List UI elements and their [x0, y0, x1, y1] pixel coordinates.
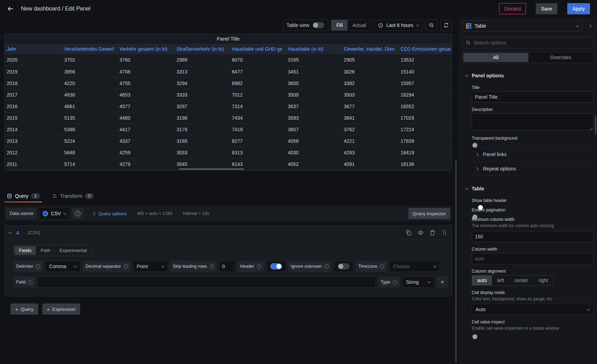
table-cell: 2989: [174, 54, 230, 66]
vertical-scrollbar[interactable]: [455, 159, 457, 363]
visualization-picker[interactable]: Table: [462, 20, 582, 31]
table-cell: 18419: [398, 147, 452, 158]
column-header-5[interactable]: Haushalte und GHD ge: [230, 44, 286, 54]
column-header-8[interactable]: CO2-Emissionen gesar: [398, 44, 452, 54]
delimiter-label-text: Delimiter: [16, 264, 33, 269]
chevron-right-icon: [92, 212, 96, 215]
datasource-picker[interactable]: CSV: [40, 208, 69, 219]
column-header-2[interactable]: Verarbeitendes Gewerl: [62, 44, 117, 54]
section-panel-options[interactable]: Panel options: [459, 71, 597, 80]
datasource-help-button[interactable]: [72, 208, 83, 219]
discard-button[interactable]: Discard: [499, 3, 526, 14]
delimiter-select[interactable]: Comma: [45, 261, 80, 272]
filter-tab-overrides[interactable]: Overrides: [528, 53, 594, 62]
table-cell: 3382: [342, 77, 398, 89]
apply-button[interactable]: Apply: [567, 3, 590, 14]
tab-query[interactable]: Query 1: [5, 190, 42, 202]
options-sidebar: Table All Overrides Panel options Title: [459, 18, 597, 364]
column-header-4[interactable]: Straßenverkehr (in kt): [174, 44, 230, 54]
column-width-input[interactable]: [472, 253, 594, 264]
table-cell: 16294: [398, 89, 452, 100]
min-column-width-input[interactable]: [472, 231, 594, 242]
title-label: Title: [472, 85, 594, 90]
column-header-3[interactable]: Verkehr gesamt (in kt): [117, 44, 174, 54]
options-search-input[interactable]: [473, 40, 591, 46]
add-query-button[interactable]: Query: [10, 303, 38, 315]
section-table[interactable]: Table: [459, 184, 597, 194]
alignment-option-auto[interactable]: auto: [472, 275, 492, 285]
table-cell: 5388: [62, 124, 117, 135]
refresh-button[interactable]: [440, 20, 452, 31]
column-header-1[interactable]: Jahr: [5, 44, 62, 54]
chevron-down-icon: [433, 264, 437, 268]
column-header-7[interactable]: Gewerbe, Handel, Dien: [342, 44, 398, 54]
back-button[interactable]: [6, 4, 15, 14]
horizontal-scrollbar[interactable]: [179, 168, 244, 170]
table-cell: 3198: [174, 112, 230, 124]
cell-value-inspect-desc: Enable cell value inspection in a modal …: [472, 326, 594, 331]
tab-experimental[interactable]: Experimental: [55, 246, 91, 255]
sidebar-scrollbar[interactable]: [595, 115, 596, 135]
table-cell: 18136: [398, 158, 452, 170]
zoom-out-button[interactable]: [426, 20, 437, 31]
interval: Interval = 15s: [183, 211, 209, 216]
alignment-option-left[interactable]: left: [492, 275, 509, 285]
resize-handle-icon[interactable]: [589, 127, 592, 130]
fill-actual-group: Fill Actual: [331, 20, 371, 31]
tab-query-label: Query: [15, 193, 28, 199]
fill-option[interactable]: Fill: [331, 20, 347, 30]
cell-display-mode-select[interactable]: Auto: [472, 304, 594, 315]
query-card-header[interactable]: A (CSV): [5, 226, 452, 240]
decimal-separator-select[interactable]: Point: [133, 261, 168, 272]
table-cell: 4052: [286, 158, 342, 170]
tab-fields[interactable]: Fields: [15, 246, 36, 255]
panel-title[interactable]: Panel Title: [5, 34, 452, 44]
delete-query-icon[interactable]: [429, 230, 436, 236]
tab-path[interactable]: Path: [36, 246, 55, 255]
repeat-options-section[interactable]: Repeat options: [472, 161, 594, 176]
actual-option[interactable]: Actual: [347, 20, 371, 30]
header-toggle[interactable]: [270, 263, 282, 270]
cell-display-mode-desc: Color text, background, show as gauge, e…: [472, 296, 594, 302]
save-button[interactable]: Save: [536, 3, 557, 14]
table-cell: 4220: [62, 77, 117, 89]
table-cell: 2016: [5, 100, 62, 112]
drag-handle-icon[interactable]: [441, 230, 448, 236]
collapse-sidebar-button[interactable]: [585, 20, 594, 31]
panel-links-section[interactable]: Panel links: [472, 147, 594, 161]
column-header-6[interactable]: Haushalte (in kt): [286, 44, 342, 54]
top-bar: New dashboard / Edit Panel Discard Save …: [0, 0, 597, 18]
table-cell: 3026: [342, 66, 398, 77]
hide-query-icon[interactable]: [417, 230, 424, 236]
table-view-toggle[interactable]: [312, 22, 324, 28]
timezone-select[interactable]: Choose: [389, 261, 440, 272]
table-cell: 2013: [5, 135, 62, 147]
add-field-button[interactable]: [436, 276, 448, 288]
filter-tab-all[interactable]: All: [463, 53, 528, 62]
duplicate-query-icon[interactable]: [406, 230, 412, 236]
options-search[interactable]: [462, 37, 594, 48]
plus-icon: [15, 306, 18, 312]
query-options-toggle[interactable]: Query options: [92, 211, 127, 216]
table-cell: 4221: [342, 135, 398, 147]
tab-transform[interactable]: Transform 0: [50, 190, 96, 202]
alignment-option-right[interactable]: right: [533, 275, 553, 285]
time-range-picker[interactable]: Last 6 hours: [374, 20, 423, 31]
ignore-unknown-toggle[interactable]: [338, 263, 350, 270]
skip-rows-input[interactable]: [219, 261, 235, 272]
table-cell: 3165: [174, 135, 230, 147]
panel-title-input[interactable]: [472, 91, 594, 103]
alignment-option-center[interactable]: center: [509, 275, 533, 285]
add-expression-button[interactable]: Expression: [42, 303, 80, 315]
option-description: Description: [472, 107, 594, 131]
field-input[interactable]: [37, 276, 376, 288]
viz-picker-value: Table: [475, 23, 486, 29]
description-textarea[interactable]: [472, 113, 594, 130]
query-actions: [406, 230, 448, 236]
column-alignment-group: auto left center right: [472, 275, 554, 286]
delimiter-label: Delimiter: [13, 261, 43, 272]
skip-rows-label: Skip leading rows: [170, 261, 217, 272]
query-inspector-button[interactable]: Query inspector: [408, 208, 450, 219]
type-select[interactable]: String: [402, 276, 434, 288]
table-cell: 4460: [117, 112, 174, 124]
